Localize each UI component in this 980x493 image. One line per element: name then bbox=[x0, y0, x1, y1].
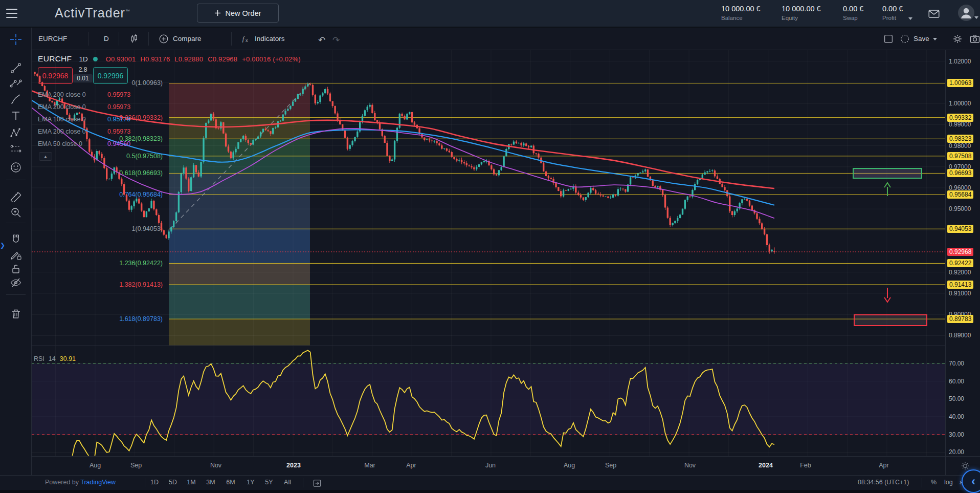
svg-text:1(0.94053): 1(0.94053) bbox=[132, 225, 163, 232]
time-label: Mar bbox=[364, 462, 375, 469]
svg-text:f: f bbox=[242, 35, 246, 42]
goto-date-icon[interactable] bbox=[312, 478, 322, 488]
trash-icon[interactable] bbox=[9, 307, 23, 320]
ruler-tool-icon[interactable] bbox=[9, 189, 23, 202]
crosshair-tool-icon[interactable] bbox=[9, 33, 23, 46]
timezone-icon[interactable] bbox=[960, 461, 970, 471]
cloud-save-icon[interactable] bbox=[899, 33, 910, 45]
emoji-tool-icon[interactable] bbox=[9, 161, 23, 174]
lock-tool-icon[interactable] bbox=[9, 262, 23, 275]
fib-price-badge: 0.98323 bbox=[947, 135, 973, 143]
indicator-row[interactable]: EMA 100 close 00.95179 bbox=[38, 113, 130, 125]
menu-icon[interactable] bbox=[6, 9, 17, 18]
rsi-period: 14 bbox=[49, 355, 56, 362]
time-label: Feb bbox=[800, 462, 811, 469]
compare-label[interactable]: Compare bbox=[173, 35, 202, 42]
tradingview-link[interactable]: TradingView bbox=[80, 479, 116, 486]
symbol-search[interactable]: EURCHF bbox=[38, 35, 67, 42]
svg-text:0.618(0.96693): 0.618(0.96693) bbox=[119, 169, 163, 177]
avatar-caret-icon[interactable] bbox=[974, 16, 978, 19]
range-6m[interactable]: 6M bbox=[226, 479, 235, 486]
chart-canvas[interactable]: 0(1.00963)0.236(0.99332)0.382(0.98323)0.… bbox=[32, 50, 945, 456]
new-order-label: New Order bbox=[225, 9, 261, 17]
equity-stat: 10 000.00 €Equity bbox=[782, 5, 821, 21]
mail-icon[interactable] bbox=[927, 7, 941, 20]
annotations[interactable] bbox=[853, 168, 927, 326]
camera-icon[interactable] bbox=[969, 33, 980, 45]
draw-lock-tool-icon[interactable] bbox=[9, 248, 23, 262]
save-caret-icon[interactable] bbox=[933, 38, 937, 40]
indicator-label: EMA 200 close 0 bbox=[38, 103, 103, 111]
forecast-tool-icon[interactable] bbox=[9, 142, 23, 156]
price-label: 0.92000 bbox=[949, 269, 971, 276]
range-1y[interactable]: 1Y bbox=[247, 479, 254, 486]
bottom-bar: Powered by TradingView 1D5D1M3M6M1Y5YAll… bbox=[0, 475, 980, 490]
redo-icon[interactable]: ↷ bbox=[332, 35, 340, 46]
trend-line-tool-icon[interactable] bbox=[9, 61, 23, 75]
activtrader-app: 0(1.00963)0.236(0.99332)0.382(0.98323)0.… bbox=[0, 0, 980, 493]
rsi-legend: RSI 14 30.91 bbox=[34, 355, 76, 362]
indicator-label: EMA 200 close 0 bbox=[38, 128, 103, 135]
rsi-scale-label: 50.00 bbox=[949, 395, 964, 402]
indicators-label[interactable]: Indicators bbox=[255, 35, 285, 42]
compare-icon[interactable] bbox=[158, 33, 169, 45]
ohlc-change: +0.00016 (+0.02%) bbox=[242, 55, 301, 63]
brush-tool-icon[interactable] bbox=[9, 92, 23, 105]
market-status-dot[interactable] bbox=[93, 57, 98, 61]
sell-button[interactable]: 0.92968 bbox=[38, 67, 73, 84]
balance-stat: 10 000.00 €Balance bbox=[721, 5, 761, 21]
time-label: Nov bbox=[210, 462, 221, 469]
green-zone-box bbox=[853, 168, 922, 178]
indicator-label: EMA 200 close 0 bbox=[38, 91, 103, 98]
fib-price-badge: 0.92422 bbox=[947, 259, 973, 267]
red-zone-box bbox=[854, 315, 927, 326]
clock[interactable]: 08:34:56 (UTC+1) bbox=[858, 479, 909, 486]
sidebar-expand-icon[interactable]: ❯ bbox=[0, 242, 4, 249]
profit-stat: 0.00 €Profit bbox=[882, 5, 903, 21]
range-all[interactable]: All bbox=[284, 479, 291, 486]
magnet-tool-icon[interactable] bbox=[9, 233, 23, 246]
svg-text:1.382(0.91413): 1.382(0.91413) bbox=[119, 281, 163, 288]
price-label: 0.98000 bbox=[949, 142, 971, 149]
chart-style-icon[interactable] bbox=[128, 33, 140, 45]
time-label: Apr bbox=[406, 462, 416, 469]
legend-collapse-button[interactable]: ▲ bbox=[39, 152, 52, 161]
legend-symbol[interactable]: EURCHF bbox=[38, 54, 72, 63]
hide-drawings-icon[interactable] bbox=[9, 276, 23, 289]
indicator-row[interactable]: EMA 200 close 00.95973 bbox=[38, 125, 130, 138]
range-5y[interactable]: 5Y bbox=[265, 479, 273, 486]
time-label: 2024 bbox=[759, 462, 773, 469]
layout-icon[interactable] bbox=[883, 33, 894, 45]
buy-button[interactable]: 0.92996 bbox=[93, 67, 128, 84]
indicator-row[interactable]: EMA 50 close 00.94560 bbox=[38, 138, 130, 150]
lot-size[interactable]: 0.01 bbox=[73, 74, 92, 82]
time-axis[interactable]: AugSepNov2023MarAprJunAugSepNov2024FebAp… bbox=[32, 456, 945, 475]
time-label: Sep bbox=[605, 462, 616, 469]
legend-timeframe: 1D bbox=[79, 55, 87, 63]
new-order-button[interactable]: New Order bbox=[197, 4, 279, 23]
xabcd-pattern-tool-icon[interactable] bbox=[9, 126, 23, 139]
indicator-row[interactable]: EMA 200 close 00.95973 bbox=[38, 101, 130, 113]
fib-price-badge: 0.91413 bbox=[947, 281, 973, 289]
indicators-icon[interactable]: f x bbox=[240, 33, 252, 45]
undo-icon[interactable]: ↶ bbox=[318, 35, 325, 46]
rsi-value: 30.91 bbox=[60, 355, 76, 362]
profit-caret-icon[interactable] bbox=[908, 17, 912, 20]
range-5d[interactable]: 5D bbox=[169, 479, 177, 486]
price-axis[interactable]: 1.020001.000000.990000.980000.970000.960… bbox=[945, 50, 980, 456]
fib-tool-icon[interactable] bbox=[9, 77, 23, 90]
percent-toggle[interactable]: % bbox=[931, 479, 937, 486]
settings-gear-icon[interactable] bbox=[951, 33, 964, 45]
bottom-strip bbox=[0, 490, 980, 493]
save-label[interactable]: Save bbox=[914, 35, 929, 42]
range-1m[interactable]: 1M bbox=[187, 479, 195, 486]
timeframe-button[interactable]: D bbox=[104, 35, 109, 42]
zoom-in-tool-icon[interactable] bbox=[9, 206, 23, 219]
range-1d[interactable]: 1D bbox=[150, 479, 159, 486]
range-3m[interactable]: 3M bbox=[206, 479, 215, 486]
chart-legend: EURCHF 1D O0.93001 H0.93176 L0.92880 C0.… bbox=[38, 53, 301, 65]
avatar[interactable] bbox=[957, 4, 975, 22]
text-tool-icon[interactable] bbox=[9, 109, 23, 122]
indicator-row[interactable]: EMA 200 close 00.95973 bbox=[38, 89, 130, 101]
log-toggle[interactable]: log bbox=[944, 479, 953, 486]
